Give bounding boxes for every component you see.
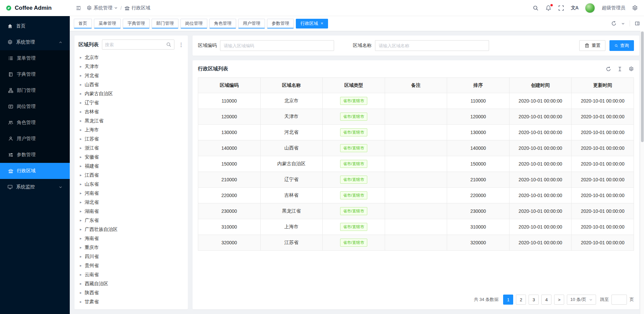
sidebar-item-home[interactable]: 首页 — [0, 18, 70, 34]
tree-item-天津市[interactable]: ▸天津市 — [78, 62, 184, 71]
tree-item-江苏省[interactable]: ▸江苏省 — [78, 134, 184, 143]
tree-search-input[interactable] — [105, 42, 164, 47]
caret-right-icon[interactable]: ▸ — [80, 209, 82, 213]
tab-用户管理[interactable]: 用户管理 — [238, 19, 265, 28]
caret-right-icon[interactable]: ▸ — [80, 245, 82, 250]
tree-item-上海市[interactable]: ▸上海市 — [78, 125, 184, 134]
sidebar-item-monitor[interactable]: 系统监控 — [0, 179, 70, 195]
caret-right-icon[interactable]: ▸ — [80, 91, 82, 96]
sidebar-item-用户管理[interactable]: 用户管理 — [0, 131, 70, 147]
caret-right-icon[interactable]: ▸ — [80, 191, 82, 195]
tab-参数管理[interactable]: 参数管理 — [267, 19, 294, 28]
tree-item-江西省[interactable]: ▸江西省 — [78, 171, 184, 180]
tree-item-北京市[interactable]: ▸北京市 — [78, 53, 184, 62]
caret-right-icon[interactable]: ▸ — [80, 64, 82, 69]
caret-right-icon[interactable]: ▸ — [80, 182, 82, 186]
tree-item-河南省[interactable]: ▸河南省 — [78, 189, 184, 198]
tree-item-贵州省[interactable]: ▸贵州省 — [78, 261, 184, 270]
reset-button[interactable]: 重置 — [579, 40, 605, 51]
tab-行政区域[interactable]: 行政区域× — [296, 19, 328, 28]
search-button[interactable]: 查询 — [609, 40, 634, 51]
next-page-button[interactable]: > — [554, 295, 564, 305]
caret-right-icon[interactable]: ▸ — [80, 146, 82, 150]
tree-item-河北省[interactable]: ▸河北省 — [78, 71, 184, 80]
caret-right-icon[interactable]: ▸ — [80, 300, 82, 304]
caret-right-icon[interactable]: ▸ — [80, 218, 82, 223]
caret-right-icon[interactable]: ▸ — [80, 73, 82, 78]
refresh-icon[interactable] — [611, 21, 616, 26]
tree-item-四川省[interactable]: ▸四川省 — [78, 252, 184, 261]
caret-right-icon[interactable]: ▸ — [80, 164, 82, 168]
sidebar-item-部门管理[interactable]: 部门管理 — [0, 82, 70, 99]
tree-item-重庆市[interactable]: ▸重庆市 — [78, 243, 184, 252]
scrollbar-thumb[interactable] — [641, 32, 644, 142]
tree-item-广东省[interactable]: ▸广东省 — [78, 216, 184, 225]
page-button-1[interactable]: 1 — [503, 295, 513, 305]
caret-right-icon[interactable]: ▸ — [80, 254, 82, 259]
sidebar-item-字典管理[interactable]: 字典管理 — [0, 66, 70, 82]
caret-right-icon[interactable]: ▸ — [80, 272, 82, 277]
breadcrumb-parent[interactable]: 系统管理 — [87, 5, 118, 11]
fullscreen-icon[interactable] — [558, 5, 564, 11]
caret-right-icon[interactable]: ▸ — [80, 82, 82, 87]
search-icon[interactable] — [533, 5, 539, 11]
settings-gear-icon[interactable] — [632, 5, 638, 11]
tab-菜单管理[interactable]: 菜单管理 — [94, 19, 121, 28]
page-size-select[interactable]: 10 条/页 — [567, 295, 596, 305]
tree-item-安徽省[interactable]: ▸安徽省 — [78, 152, 184, 162]
caret-right-icon[interactable]: ▸ — [80, 119, 82, 123]
tab-字典管理[interactable]: 字典管理 — [123, 19, 150, 28]
region-code-input[interactable] — [220, 40, 334, 51]
column-settings-gear-icon[interactable] — [629, 66, 634, 72]
tree-item-湖北省[interactable]: ▸湖北省 — [78, 198, 184, 207]
sidebar-item-岗位管理[interactable]: 岗位管理 — [0, 99, 70, 115]
tree-item-辽宁省[interactable]: ▸辽宁省 — [78, 98, 184, 107]
caret-right-icon[interactable]: ▸ — [80, 281, 82, 286]
tree-item-湖南省[interactable]: ▸湖南省 — [78, 207, 184, 216]
tab-角色管理[interactable]: 角色管理 — [209, 19, 236, 28]
caret-right-icon[interactable]: ▸ — [80, 200, 82, 204]
tree-item-山东省[interactable]: ▸山东省 — [78, 180, 184, 189]
translate-icon[interactable]: 文A — [571, 5, 578, 11]
refresh-icon[interactable] — [606, 66, 611, 72]
user-name[interactable]: 超级管理员 — [602, 5, 625, 11]
sidebar-item-菜单管理[interactable]: 菜单管理 — [0, 50, 70, 66]
search-icon[interactable] — [166, 42, 171, 47]
tree-item-内蒙古自治区[interactable]: ▸内蒙古自治区 — [78, 89, 184, 98]
sidebar-item-参数管理[interactable]: 参数管理 — [0, 147, 70, 163]
page-scrollbar[interactable] — [640, 31, 644, 314]
more-dots-icon[interactable]: ⋮ — [178, 42, 184, 48]
sidebar-item-行政区域[interactable]: 行政区域 — [0, 163, 70, 179]
notification-bell-icon[interactable] — [545, 5, 551, 11]
caret-right-icon[interactable]: ▸ — [80, 227, 82, 232]
jump-page-input[interactable] — [611, 295, 627, 305]
caret-right-icon[interactable]: ▸ — [80, 128, 82, 132]
sidebar-item-角色管理[interactable]: 角色管理 — [0, 115, 70, 131]
tree-item-陕西省[interactable]: ▸陕西省 — [78, 288, 184, 297]
layout-icon[interactable] — [635, 21, 640, 26]
page-button-4[interactable]: 4 — [541, 295, 551, 305]
tree-item-黑龙江省[interactable]: ▸黑龙江省 — [78, 116, 184, 125]
tree-item-浙江省[interactable]: ▸浙江省 — [78, 143, 184, 152]
tree-item-云南省[interactable]: ▸云南省 — [78, 270, 184, 279]
tab-首页[interactable]: 首页 — [74, 19, 92, 28]
caret-right-icon[interactable]: ▸ — [80, 263, 82, 268]
tree-item-西藏自治区[interactable]: ▸西藏自治区 — [78, 279, 184, 288]
tree-item-广西壮族自治区[interactable]: ▸广西壮族自治区 — [78, 225, 184, 234]
tree-item-福建省[interactable]: ▸福建省 — [78, 162, 184, 171]
tree-item-海南省[interactable]: ▸海南省 — [78, 234, 184, 243]
sidebar-collapse-icon[interactable] — [76, 5, 81, 11]
row-height-icon[interactable] — [617, 66, 623, 72]
caret-right-icon[interactable]: ▸ — [80, 236, 82, 241]
tab-close-icon[interactable]: × — [321, 21, 323, 25]
chevron-down-icon[interactable] — [621, 22, 625, 25]
tree-item-甘肃省[interactable]: ▸甘肃省 — [78, 297, 184, 305]
page-button-3[interactable]: 3 — [529, 295, 539, 305]
tab-岗位管理[interactable]: 岗位管理 — [180, 19, 207, 28]
caret-right-icon[interactable]: ▸ — [80, 110, 82, 114]
sidebar-item-system[interactable]: 系统管理 — [0, 34, 70, 50]
caret-right-icon[interactable]: ▸ — [80, 137, 82, 141]
caret-right-icon[interactable]: ▸ — [80, 55, 82, 60]
logo[interactable]: Coffee Admin — [0, 0, 70, 16]
avatar[interactable] — [585, 3, 595, 13]
